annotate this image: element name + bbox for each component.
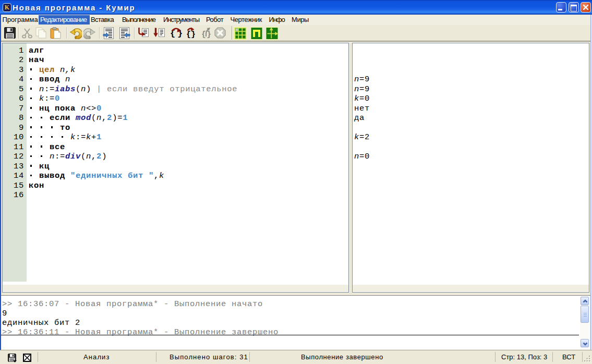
svg-text:}: } — [207, 30, 211, 39]
svg-text:}: } — [191, 30, 196, 39]
svg-text:{: { — [201, 30, 206, 39]
svg-text:{: { — [186, 30, 191, 39]
